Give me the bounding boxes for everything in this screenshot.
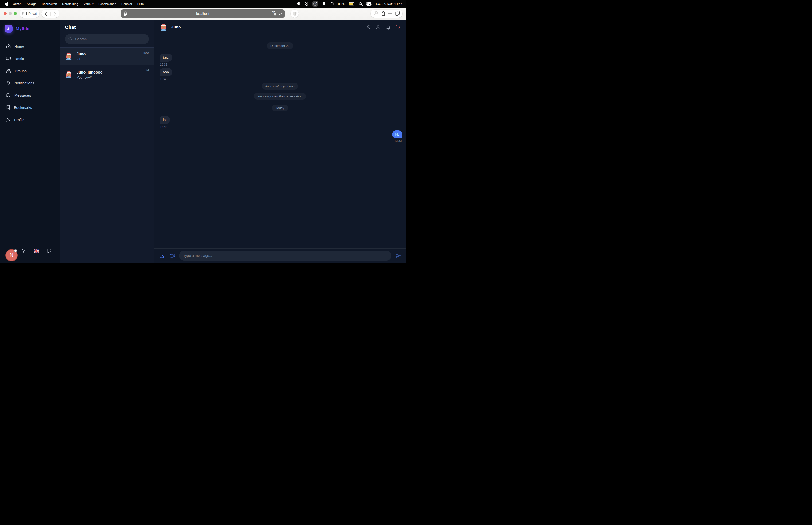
chat-list-panel: Chat Juno lol now Juno, junoooo [60, 20, 154, 262]
screenshot-app-icon[interactable]: S [312, 1, 318, 6]
wifi-icon[interactable] [322, 2, 326, 6]
chat-header-avatar [159, 23, 168, 31]
person-icon [6, 117, 11, 123]
theme-toggle-sun-icon[interactable] [21, 249, 26, 254]
macos-screen: Safari Ablage Bearbeiten Darstellung Ver… [0, 0, 406, 262]
translate-icon[interactable]: A x [272, 11, 276, 16]
menubar-item-verlauf[interactable]: Verlauf [81, 2, 96, 6]
menubar-clock[interactable]: Sa. 27. Dez. 14:44 [376, 2, 402, 6]
home-icon [6, 44, 11, 49]
battery-icon [349, 2, 355, 6]
brand-logo-icon [5, 25, 13, 33]
message-time: 16:31 [160, 63, 167, 66]
date-divider: December 23 [267, 42, 293, 49]
toolbar-actions-group [370, 10, 402, 18]
sidebar-item-messages[interactable]: Messages [0, 89, 60, 102]
close-window-button[interactable] [3, 12, 6, 15]
sidebar-item-groups[interactable]: Groups [0, 65, 60, 77]
new-tab-icon[interactable] [388, 11, 393, 16]
send-icon[interactable] [395, 252, 402, 259]
message-list: December 23 test 16:31 ööö 16:40 Juno in… [154, 35, 406, 249]
zoom-window-button[interactable] [14, 12, 17, 15]
menubar-item-lesezeichen[interactable]: Lesezeichen [96, 2, 119, 6]
conversation-time: 3d [146, 65, 149, 72]
url-text: localhost [196, 12, 209, 15]
logout-icon[interactable] [47, 249, 52, 254]
vpn-mountain-icon[interactable] [304, 1, 309, 6]
search-icon [68, 36, 72, 42]
brand[interactable]: MySite [5, 25, 60, 33]
menubar-item-bearbeiten[interactable]: Bearbeiten [39, 2, 60, 6]
apple-menu-icon[interactable] [5, 2, 8, 6]
privacy-shield-icon[interactable] [297, 2, 301, 6]
message-input[interactable] [179, 251, 392, 260]
sidebar-item-notifications[interactable]: Notifications [0, 77, 60, 89]
message-composer [154, 249, 406, 262]
sidebar-item-label: Bookmarks [14, 106, 32, 110]
conversation-item-juno[interactable]: Juno lol now [60, 47, 154, 65]
menubar-item-ablage[interactable]: Ablage [24, 2, 39, 6]
message-time: 16:40 [160, 77, 167, 81]
leave-chat-icon[interactable] [395, 25, 400, 30]
tabs-overview-icon[interactable] [395, 11, 400, 17]
bell-icon [6, 80, 11, 86]
airpods-icon[interactable] [330, 2, 334, 6]
share-icon[interactable] [381, 11, 386, 17]
sidebar-nav: Home Reels Groups Notifications Messages [0, 41, 60, 126]
members-icon[interactable] [366, 25, 371, 30]
svg-text:A: A [273, 12, 274, 14]
sidebar-item-home[interactable]: Home [0, 41, 60, 52]
uk-flag-icon[interactable] [34, 249, 40, 254]
spotlight-icon[interactable] [359, 2, 363, 6]
add-person-icon[interactable] [376, 25, 381, 30]
message-bubble-incoming[interactable]: lol [159, 116, 170, 124]
app-sidebar: MySite Home Reels Groups Notifications [0, 20, 60, 262]
forward-button[interactable] [50, 12, 59, 16]
svg-text:S: S [315, 3, 316, 5]
people-icon [6, 68, 11, 74]
system-message: Juno invited junoooo [262, 83, 298, 90]
message-bubble-outgoing[interactable]: kk [392, 131, 402, 138]
page-format-icon[interactable] [124, 11, 127, 16]
battery-percent-label: 88 % [338, 2, 345, 6]
window-controls [3, 12, 17, 15]
conversation-avatar [65, 52, 73, 60]
history-nav-group [41, 10, 59, 18]
back-button[interactable] [41, 12, 50, 16]
sidebar-item-profile[interactable]: Profile [0, 114, 60, 126]
menubar-item-fenster[interactable]: Fenster [119, 2, 135, 6]
address-bar[interactable]: localhost A x [121, 10, 285, 18]
sidebar-toggle-icon[interactable] [22, 12, 27, 16]
macos-menubar: Safari Ablage Bearbeiten Darstellung Ver… [0, 0, 406, 7]
minimize-window-button[interactable] [9, 12, 12, 15]
conversation-item-group[interactable]: Juno, junoooo You: vvv# 3d [60, 65, 154, 84]
chat-search[interactable] [65, 34, 149, 44]
chat-header: Juno [154, 20, 406, 35]
notifications-bell-icon[interactable] [386, 25, 391, 30]
control-center-icon[interactable] [366, 2, 372, 6]
attach-video-icon[interactable] [170, 253, 175, 258]
menubar-item-hilfe[interactable]: Hilfe [135, 2, 147, 6]
sidebar-item-label: Notifications [14, 81, 34, 85]
chat-header-name: Juno [171, 25, 181, 30]
privacy-report-button[interactable] [291, 10, 298, 18]
menubar-item-safari[interactable]: Safari [10, 2, 24, 6]
message-bubble-incoming[interactable]: ööö [159, 68, 172, 76]
brand-name-a: My [16, 26, 21, 31]
message-time: 14:43 [160, 125, 167, 129]
reload-icon[interactable] [278, 11, 282, 16]
sidebar-item-label: Profile [14, 118, 25, 122]
sidebar-item-label: Groups [15, 69, 27, 73]
sidebar-item-bookmarks[interactable]: Bookmarks [0, 102, 60, 114]
conversation-preview: You: vvv# [77, 75, 103, 79]
status-dot [14, 249, 17, 252]
attach-image-icon[interactable] [159, 253, 165, 258]
downloads-icon[interactable] [373, 11, 378, 17]
menubar-item-darstellung[interactable]: Darstellung [60, 2, 81, 6]
date-divider: Today [272, 105, 288, 111]
message-bubble-incoming[interactable]: test [159, 54, 172, 62]
conversation-preview: lol [77, 57, 86, 61]
search-input[interactable] [75, 37, 146, 41]
conversation-name: Juno [77, 52, 86, 56]
sidebar-item-reels[interactable]: Reels [0, 52, 60, 65]
